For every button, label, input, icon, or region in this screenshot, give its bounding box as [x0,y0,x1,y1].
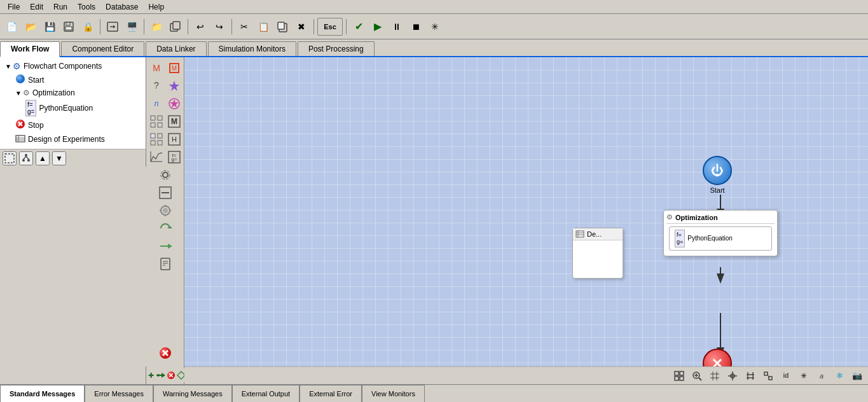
esc-button[interactable]: Esc [317,18,343,36]
sidebar-item-stop[interactable]: Stop [13,118,143,132]
status-tab-external-output[interactable]: External Output [232,385,300,402]
tab-data-linker[interactable]: Data Linker [146,41,206,56]
doc-icon[interactable] [157,256,174,272]
svg-rect-34 [151,123,155,127]
menu-help[interactable]: Help [143,1,169,13]
save-button[interactable]: 💾 [41,18,59,36]
status-tab-external-error[interactable]: External Error [300,385,362,402]
sidebar-item-start[interactable]: Start [13,73,143,87]
refresh-icon[interactable] [157,220,174,237]
cut-button[interactable]: ✂ [235,18,253,36]
add-link-btn[interactable] [155,368,166,382]
svg-rect-40 [151,141,155,145]
new-button[interactable]: 📄 [3,18,20,36]
grid-dot-icon[interactable] [148,113,165,130]
crosshair-btn[interactable] [724,369,741,383]
undo-button[interactable]: ↩ [191,18,209,36]
run-button[interactable]: ▶ [369,18,387,36]
stop-small-btn[interactable] [166,368,176,382]
left-spacer [0,366,146,384]
icon-row-5: H [148,131,183,148]
m-box-icon[interactable]: M [166,113,183,130]
folder-copy-button[interactable] [167,18,184,36]
menu-run[interactable]: Run [48,1,72,13]
py-inner-icon: f=g= [675,230,685,247]
grid-show-btn[interactable] [706,369,723,383]
arrow-right-icon[interactable] [157,238,174,254]
zoom-fit-btn[interactable] [689,369,705,383]
status-tab-view-monitors[interactable]: View Monitors [362,385,425,402]
star-icon[interactable] [166,78,183,94]
redo-button[interactable]: ↪ [210,18,228,36]
menu-file[interactable]: File [3,1,25,13]
sidebar: ▼ ⚙ Flowchart Components Start ▼ ⚙ Optim… [0,57,146,149]
h-icon[interactable]: H [166,131,183,148]
fit-all-btn[interactable] [671,369,687,383]
tab-post-processing[interactable]: Post Processing [298,41,375,56]
tab-workflow[interactable]: Work Flow [0,41,60,57]
grid2-icon[interactable] [148,131,165,148]
minus-icon[interactable] [157,184,174,201]
menu-tools[interactable]: Tools [72,1,100,13]
saveas-button[interactable] [60,18,78,36]
move-up-btn[interactable]: ▲ [36,151,50,165]
stop-run-button[interactable]: ⏹ [407,18,425,36]
camera-btn[interactable]: 📷 [849,369,865,383]
pause-button[interactable]: ⏸ [388,18,406,36]
text-btn[interactable]: a [813,369,830,383]
status-tab-error[interactable]: Error Messages [85,385,153,402]
doe-node[interactable]: De... [572,228,623,279]
menu-database[interactable]: Database [100,1,143,13]
star2-icon[interactable] [166,95,183,112]
status-tab-warning[interactable]: Warning Messages [153,385,232,402]
sidebar-item-optimization[interactable]: ▼ ⚙ Optimization [13,87,143,99]
panel-stop-icon[interactable] [157,345,174,361]
move-down-btn[interactable]: ▼ [52,151,66,165]
icon-row-12 [157,256,174,272]
add-node-btn[interactable]: ✚ [148,368,155,382]
fg-icon[interactable]: f=g= [166,149,183,165]
lock-button[interactable]: 🔒 [79,18,97,36]
display-button[interactable]: 🖥️ [123,18,141,36]
copy-button[interactable]: 📋 [254,18,272,36]
sidebar-item-doe[interactable]: Design of Experiments [13,132,143,146]
plugin-button[interactable]: ✳ [426,18,444,36]
python-inner-node[interactable]: f=g= PythonEquation [669,226,772,251]
snowflake-btn[interactable]: ❄ [831,369,848,383]
svg-text:H: H [172,135,177,143]
neral-icon[interactable]: n [148,95,165,112]
optimization-node[interactable]: ⚙ Optimization f=g= PythonEquation [663,210,778,256]
paste-button[interactable] [273,18,291,36]
sidebar-item-pythoneq[interactable]: f=g= PythonEquation [23,99,143,118]
open-button[interactable]: 📂 [22,18,39,36]
svg-marker-79 [162,373,165,378]
plugin2-btn[interactable]: ✳ [796,369,812,383]
menu-edit[interactable]: Edit [25,1,48,13]
validate-button[interactable]: ✔ [350,18,368,36]
svg-rect-7 [173,22,180,29]
opt-icon: ⚙ [23,88,30,97]
canvas[interactable]: ⏻ Start ⚙ Optimization f=g= PythonEquati… [184,57,868,366]
svg-rect-105 [769,377,772,380]
snap-btn[interactable] [760,369,776,383]
delete-button[interactable]: ✖ [293,18,310,36]
graph-icon[interactable] [148,149,165,165]
matlab-icon[interactable]: M [148,60,165,76]
matlab2-icon[interactable]: M [166,60,183,76]
status-tab-standard[interactable]: Standard Messages [0,385,85,402]
question-icon[interactable]: ? [148,78,165,94]
stop-node[interactable]: Stop [703,349,732,366]
select-all-btn[interactable] [3,151,17,165]
svg-marker-28 [169,81,179,91]
id-btn[interactable]: id [778,369,794,383]
icon-row-4: M [148,113,183,130]
folder-new-button[interactable]: 📁 [148,18,165,36]
gear3-icon[interactable] [157,202,174,219]
tree-view-btn[interactable] [19,151,33,165]
start-node[interactable]: ⏻ Start [703,156,732,194]
tab-component-editor[interactable]: Component Editor [61,41,144,56]
tab-simulation-monitors[interactable]: Simulation Monitors [208,41,296,56]
hash-btn[interactable] [742,369,759,383]
import-button[interactable] [104,18,121,36]
gear2-icon[interactable] [157,167,174,183]
